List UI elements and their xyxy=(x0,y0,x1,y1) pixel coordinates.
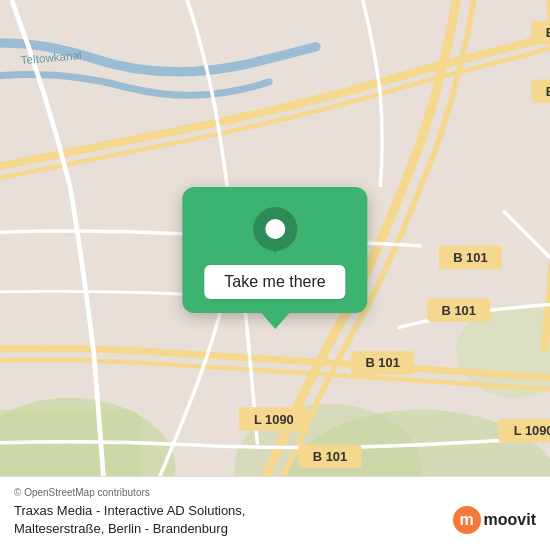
svg-text:L 1090: L 1090 xyxy=(254,412,294,427)
svg-text:B 96: B 96 xyxy=(546,25,550,40)
svg-point-27 xyxy=(265,219,285,239)
svg-text:B 101: B 101 xyxy=(365,355,399,370)
location-pin-icon xyxy=(250,205,300,261)
copyright-text: © OpenStreetMap contributors xyxy=(14,487,536,498)
take-me-there-button[interactable]: Take me there xyxy=(204,265,345,299)
svg-text:B 101: B 101 xyxy=(453,250,487,265)
location-line2: Malteserstraße, Berlin - Brandenburg xyxy=(14,521,228,536)
popup-triangle xyxy=(261,313,289,329)
location-line1: Traxas Media - Interactive AD Solutions, xyxy=(14,503,245,518)
svg-text:B 101: B 101 xyxy=(313,449,347,464)
location-text: Traxas Media - Interactive AD Solutions,… xyxy=(14,502,245,538)
svg-text:B 101: B 101 xyxy=(442,303,476,318)
info-bar: © OpenStreetMap contributors Traxas Medi… xyxy=(0,476,550,550)
svg-text:B 96: B 96 xyxy=(546,84,550,99)
map-container: B 96 B 96 B 101 B 101 B 101 B 101 B 101 … xyxy=(0,0,550,550)
moovit-m-icon: m xyxy=(453,506,481,534)
popup-card: Take me there xyxy=(182,187,367,329)
svg-text:L 1090: L 1090 xyxy=(514,423,550,438)
moovit-brand-text: moovit xyxy=(484,511,536,529)
popup-green-box: Take me there xyxy=(182,187,367,313)
moovit-logo: m moovit xyxy=(453,506,536,534)
location-info: Traxas Media - Interactive AD Solutions,… xyxy=(14,502,536,538)
